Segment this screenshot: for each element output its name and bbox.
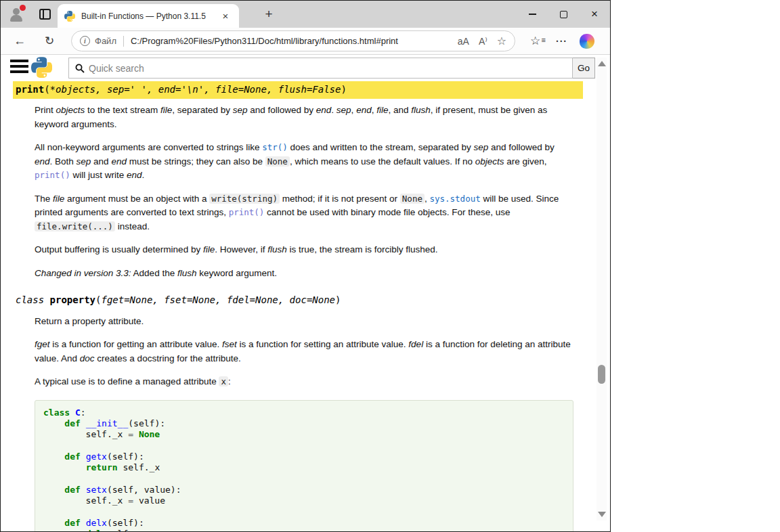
scrollbar[interactable] — [597, 58, 607, 520]
text-segment: and — [91, 156, 111, 167]
url-text[interactable]: C:/Program%20Files/Python311/Doc/html/li… — [131, 36, 448, 46]
text-segment: keyword argument. — [196, 268, 277, 278]
refresh-button[interactable]: ↻ — [40, 34, 59, 48]
page-info-icon[interactable]: i — [80, 36, 90, 46]
tab-close-icon[interactable]: × — [219, 9, 232, 23]
text-segment — [81, 518, 86, 528]
text-segment: self._x — [43, 429, 128, 439]
text-segment: end — [356, 105, 372, 115]
text-segment — [43, 529, 86, 531]
read-aloud-icon[interactable]: A⁾ — [479, 36, 488, 47]
text-segment: (self): — [107, 518, 144, 528]
text-segment: Added the — [131, 268, 177, 278]
paragraph: All non-keyword arguments are converted … — [35, 141, 573, 183]
translate-icon[interactable]: aA — [458, 36, 469, 47]
python-logo[interactable] — [31, 57, 52, 78]
text-segment: . Both — [50, 156, 77, 167]
browser-tab[interactable]: Built-in Functions — Python 3.11.5 × — [58, 4, 239, 28]
text-segment: = — [128, 495, 133, 506]
tab-title: Built-in Functions — Python 3.11.5 — [81, 12, 217, 21]
text-segment: is true, the stream is forcibly flushed. — [287, 244, 438, 254]
settings-more-icon[interactable]: ··· — [556, 36, 567, 47]
scrollbar-thumb[interactable] — [598, 365, 605, 384]
text-segment: The — [35, 194, 53, 204]
notification-dot — [20, 5, 26, 11]
text-segment: . — [142, 170, 144, 180]
text-segment: , separated by — [172, 105, 232, 115]
paragraph: A typical use is to define a managed att… — [35, 375, 573, 389]
text-segment: creates a docstring for the attribute. — [95, 353, 241, 363]
search-input[interactable] — [89, 63, 542, 74]
search-box — [68, 58, 573, 79]
text-segment: flush — [177, 268, 197, 278]
maximize-button[interactable] — [548, 1, 579, 28]
text-segment: def — [64, 451, 80, 462]
docs-header: Go — [1, 55, 610, 81]
scroll-up-icon[interactable] — [598, 61, 606, 66]
close-window-button[interactable]: × — [579, 1, 610, 28]
address-bar[interactable]: i Файл C:/Program%20Files/Python311/Doc/… — [71, 30, 515, 51]
text-segment: is a function for getting an attribute v… — [50, 339, 222, 349]
text-segment: end — [127, 170, 142, 180]
text-segment — [43, 462, 86, 472]
profile-avatar-icon[interactable] — [8, 6, 25, 23]
copilot-icon[interactable] — [580, 34, 594, 49]
code-link[interactable]: print() — [35, 170, 70, 180]
code-link[interactable]: str() — [262, 142, 288, 152]
paragraph: Output buffering is usually determined b… — [35, 243, 573, 257]
text-segment: x — [219, 376, 228, 386]
function-def-property: class property(fget=None, fset=None, fde… — [13, 292, 583, 531]
text-segment: , — [351, 105, 357, 115]
favorite-star-icon[interactable]: ☆ — [497, 35, 506, 47]
paragraph: fget is a function for getting an attrib… — [35, 338, 573, 365]
text-segment: def — [64, 518, 80, 528]
text-segment: will just write — [70, 170, 127, 180]
text-segment: def — [64, 485, 80, 495]
text-segment: self._x — [102, 529, 144, 531]
text-segment: cannot be used with binary mode file obj… — [264, 207, 510, 217]
text-segment: file — [160, 105, 172, 115]
text-segment: sep — [337, 105, 351, 115]
text-segment: method; if it is not present or — [280, 194, 400, 204]
collections-icon[interactable]: ☆ ≡ — [530, 34, 545, 48]
text-segment: sep — [233, 105, 248, 115]
text-segment: None — [139, 429, 160, 439]
text-segment: end — [111, 156, 127, 167]
browser-window: Built-in Functions — Python 3.11.5 × + ×… — [0, 0, 611, 532]
minimize-button[interactable] — [517, 1, 548, 28]
text-segment: flush — [411, 105, 431, 115]
text-segment: (self): — [107, 451, 144, 462]
text-segment: file — [376, 105, 388, 115]
code-link[interactable]: print() — [229, 207, 265, 217]
text-segment: objects — [56, 105, 85, 115]
text-segment: argument must be an object with a — [64, 194, 209, 204]
scroll-down-icon[interactable] — [598, 512, 606, 517]
signature-print: print(*objects, sep=' ', end='\n', file=… — [13, 81, 583, 99]
text-segment: objects — [475, 156, 504, 167]
text-segment — [43, 451, 64, 462]
tab-actions-icon[interactable] — [39, 9, 51, 20]
paragraph: Return a property attribute. — [35, 315, 573, 329]
text-segment: None — [265, 156, 290, 167]
text-segment — [43, 418, 64, 428]
text-segment: Output buffering is usually determined b… — [35, 244, 203, 254]
text-segment: __init__ — [86, 418, 129, 428]
text-segment: All non-keyword arguments are converted … — [35, 142, 262, 152]
text-segment: sep — [473, 142, 488, 152]
new-tab-button[interactable]: + — [261, 7, 277, 23]
text-segment: = — [128, 429, 133, 439]
text-segment: end — [316, 105, 332, 115]
text-segment: Print — [35, 105, 56, 115]
go-button[interactable]: Go — [573, 58, 595, 79]
back-button[interactable]: ← — [10, 34, 29, 48]
menu-icon[interactable] — [10, 60, 28, 74]
code-link[interactable]: sys.stdout — [429, 194, 480, 204]
text-segment: Changed in version 3.3: — [35, 268, 131, 278]
paragraph: The file argument must be an object with… — [35, 192, 573, 234]
text-segment: self._x — [118, 462, 160, 472]
text-segment: None — [400, 194, 425, 204]
code-example: class C: def __init__(self): self._x = N… — [35, 400, 573, 531]
signature-property: class property(fget=None, fset=None, fde… — [13, 292, 583, 309]
text-segment: are given, — [504, 156, 547, 167]
text-segment — [81, 485, 86, 495]
